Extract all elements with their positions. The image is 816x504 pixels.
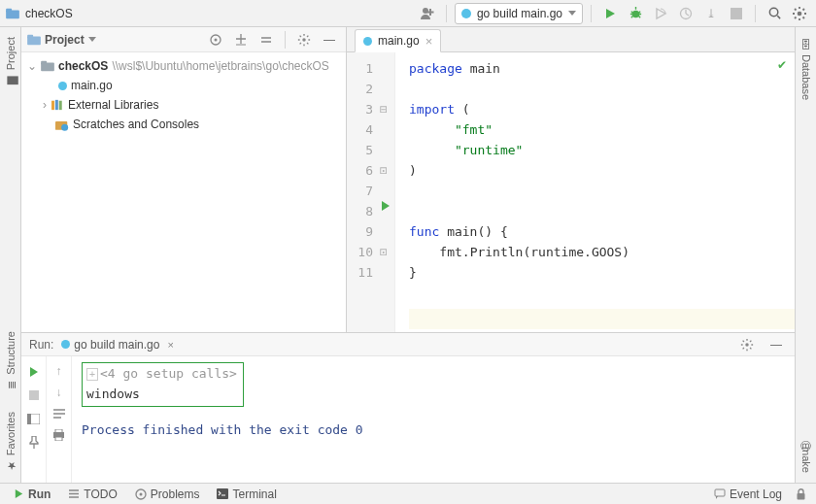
- left-tool-strip: ▇ Project ≣ Structure ★ Favorites: [0, 27, 21, 483]
- tree-external-libraries[interactable]: › External Libraries: [21, 95, 346, 115]
- event-log-icon: [714, 488, 726, 499]
- svg-rect-17: [51, 101, 54, 110]
- collapse-all-icon[interactable]: [255, 29, 277, 50]
- coverage-button[interactable]: [650, 3, 671, 24]
- database-tool-button[interactable]: 🗄 Database: [799, 27, 813, 110]
- tree-root[interactable]: ⌄ checkOS \\wsl$\Ubuntu\home\jetbrains\g…: [21, 56, 346, 76]
- svg-rect-16: [41, 61, 47, 64]
- right-tool-strip: 🗄 Database ⓜ make: [795, 27, 816, 483]
- rerun-button[interactable]: [23, 360, 45, 384]
- search-everywhere-icon[interactable]: [764, 3, 785, 24]
- tree-file-main-go[interactable]: main.go: [21, 76, 346, 95]
- status-todo-button[interactable]: TODO: [60, 485, 124, 504]
- editor-area: main.go × 123⊟456⊡78910⊡11 package main …: [347, 27, 795, 332]
- chevron-right-icon: ›: [43, 98, 47, 112]
- editor-content[interactable]: package main import ( "fmt" "runtime") f…: [395, 52, 795, 332]
- console-controls-column: ↑ ↓: [47, 356, 72, 483]
- fold-end-icon[interactable]: ⊡: [377, 160, 391, 181]
- project-tool-button[interactable]: ▇ Project: [4, 27, 17, 97]
- attach-button[interactable]: ⤓: [700, 3, 722, 24]
- project-view-selector[interactable]: Project: [27, 33, 96, 47]
- make-tool-button[interactable]: ⓜ make: [799, 420, 813, 483]
- user-icon[interactable]: [417, 3, 438, 24]
- hide-panel-icon[interactable]: —: [319, 29, 340, 50]
- console-output: windows: [86, 386, 140, 401]
- layout-icon[interactable]: [23, 407, 45, 430]
- svg-rect-11: [27, 34, 33, 37]
- svg-rect-7: [731, 8, 742, 19]
- run-panel-label: Run:: [29, 338, 53, 352]
- console-folded-calls[interactable]: <4 go setup calls>: [100, 366, 237, 381]
- folder-icon: [41, 60, 54, 72]
- folder-icon: ▇: [4, 74, 17, 87]
- status-event-log-button[interactable]: Event Log: [706, 485, 790, 504]
- fold-end-icon[interactable]: ⊡: [377, 242, 391, 262]
- play-icon: [14, 488, 24, 499]
- pin-icon[interactable]: [23, 430, 45, 454]
- stop-run-button[interactable]: [23, 384, 45, 407]
- editor-gutter[interactable]: 123⊟456⊡78910⊡11: [347, 52, 395, 332]
- editor-tabs: main.go ×: [347, 27, 795, 52]
- stop-button[interactable]: [726, 3, 747, 24]
- status-terminal-button[interactable]: Terminal: [209, 485, 284, 504]
- fold-toggle-icon[interactable]: +: [86, 368, 98, 381]
- svg-point-13: [215, 38, 218, 41]
- svg-point-21: [61, 123, 68, 130]
- structure-tool-button[interactable]: ≣ Structure: [4, 321, 17, 402]
- go-icon: [61, 340, 70, 349]
- svg-rect-31: [217, 488, 228, 499]
- svg-rect-19: [59, 101, 62, 110]
- chevron-down-icon: ⌄: [27, 59, 37, 73]
- run-console[interactable]: +<4 go setup calls> windows Process fini…: [72, 356, 795, 483]
- project-tree[interactable]: ⌄ checkOS \\wsl$\Ubuntu\home\jetbrains\g…: [21, 52, 346, 332]
- run-line-marker-icon[interactable]: [381, 201, 391, 211]
- fold-minus-icon[interactable]: ⊟: [377, 99, 391, 119]
- svg-point-14: [302, 38, 306, 42]
- run-panel-header: Run: go build main.go × —: [21, 333, 795, 356]
- run-panel-options-icon[interactable]: [736, 334, 758, 355]
- go-file-icon: [363, 37, 372, 46]
- terminal-icon: [217, 488, 228, 499]
- project-panel-header: Project —: [21, 27, 346, 52]
- debug-button[interactable]: [625, 3, 646, 24]
- project-root-path: \\wsl$\Ubuntu\home\jetbrains\go\checkOS: [112, 59, 328, 73]
- panel-options-icon[interactable]: [293, 29, 315, 50]
- soft-wrap-icon[interactable]: [49, 403, 70, 424]
- close-tab-icon[interactable]: ×: [425, 35, 433, 48]
- status-problems-button[interactable]: Problems: [127, 485, 208, 504]
- go-file-icon: [58, 82, 67, 90]
- print-icon[interactable]: [49, 424, 70, 446]
- status-bar: Run TODO Problems Terminal Event Log: [0, 483, 816, 504]
- project-root-name: checkOS: [58, 59, 108, 73]
- code-editor[interactable]: 123⊟456⊡78910⊡11 package main import ( "…: [347, 52, 795, 332]
- go-icon: [461, 9, 471, 18]
- run-button[interactable]: [599, 3, 621, 24]
- project-breadcrumb[interactable]: checkOS: [6, 7, 73, 20]
- status-run-button[interactable]: Run: [6, 485, 58, 504]
- select-opened-file-icon[interactable]: [205, 29, 226, 50]
- run-panel-config[interactable]: go build main.go ×: [61, 338, 174, 352]
- expand-all-icon[interactable]: [230, 29, 252, 50]
- svg-rect-33: [798, 493, 805, 500]
- tree-scratches[interactable]: Scratches and Consoles: [21, 115, 346, 134]
- svg-rect-28: [55, 437, 62, 441]
- scratches-icon: [55, 118, 69, 131]
- svg-rect-23: [29, 390, 39, 400]
- chevron-down-icon: [568, 11, 576, 16]
- hide-run-panel-icon[interactable]: —: [765, 334, 787, 355]
- status-lock-icon[interactable]: [792, 485, 810, 504]
- favorites-tool-button[interactable]: ★ Favorites: [4, 402, 17, 483]
- profile-button[interactable]: [675, 3, 697, 24]
- run-config-label: go build main.go: [477, 7, 562, 20]
- lock-icon: [796, 488, 806, 500]
- console-exit-message: Process finished with the exit code 0: [82, 420, 785, 440]
- run-tool-window: Run: go build main.go × — ↑: [21, 332, 795, 483]
- scroll-up-icon[interactable]: ↑: [49, 360, 70, 382]
- folder-icon: [27, 34, 41, 46]
- settings-icon[interactable]: [789, 3, 810, 24]
- editor-tab-main-go[interactable]: main.go ×: [355, 29, 441, 52]
- close-icon[interactable]: ×: [167, 339, 173, 351]
- run-config-selector[interactable]: go build main.go: [455, 3, 583, 24]
- run-controls-column: [21, 356, 47, 483]
- scroll-down-icon[interactable]: ↓: [49, 382, 70, 403]
